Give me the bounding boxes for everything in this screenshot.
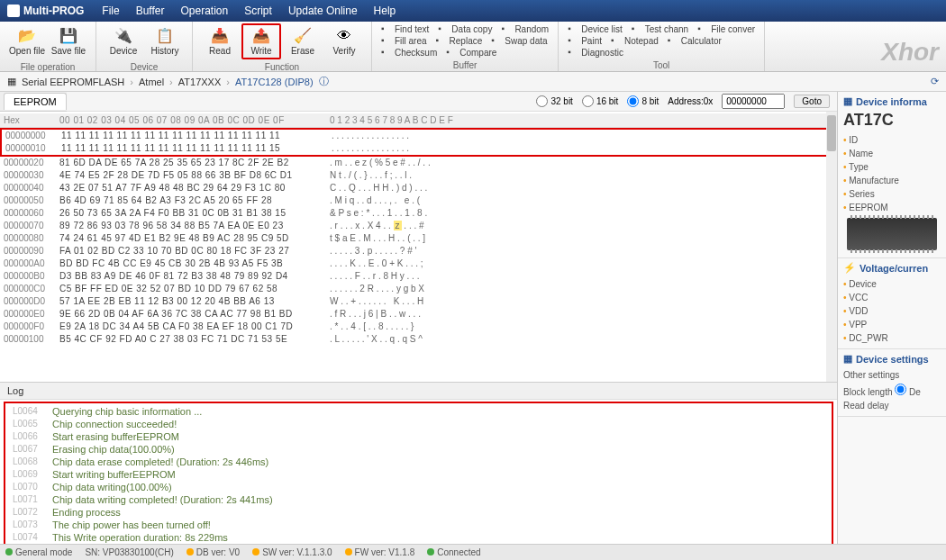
hex-bytes[interactable]: 89 72 86 93 03 78 96 58 34 88 B5 7A EA 0… [56, 220, 326, 232]
hex-row[interactable]: 0000006026 50 73 65 3A 2A F4 F0 BB 31 0C… [0, 207, 837, 220]
hex-row[interactable]: 0000000011 11 11 11 11 11 11 11 11 11 11… [2, 130, 835, 142]
hex-bytes[interactable]: 9E 66 2D 0B 04 AF 6A 36 7C 38 CA AC 77 9… [56, 308, 326, 321]
open-file-button[interactable]: 📂Open file [7, 23, 47, 59]
hex-row[interactable]: 0000004043 2E 07 51 A7 7F A9 48 48 BC 29… [0, 182, 837, 194]
menu-script[interactable]: Script [244, 5, 272, 17]
hex-ascii[interactable]: & P s e : * . . . 1 . . 1 . 8 . [326, 207, 431, 220]
tool-replace[interactable]: ▪Replace [436, 35, 483, 46]
tool-file-conver[interactable]: ▪File conver [697, 23, 755, 34]
bit-radio[interactable] [536, 95, 548, 107]
device-button[interactable]: 🔌Device [104, 23, 143, 59]
block-radio[interactable] [895, 384, 906, 395]
tool-compare[interactable]: ▪Compare [446, 47, 496, 58]
tool-find-text[interactable]: ▪Find text [381, 23, 429, 34]
hex-ascii[interactable]: . . . . . . . . . . . . . . . . [328, 142, 413, 155]
tool-data-copy[interactable]: ▪Data copy [438, 23, 492, 34]
hex-bytes[interactable]: FA 01 02 BD C2 33 10 70 BD 0C 80 18 FC 3… [56, 245, 326, 257]
read-delay[interactable]: Read delay [843, 399, 941, 412]
hex-bytes[interactable]: BD BD FC 4B CC E9 45 CB 30 2B 4B 93 A5 F… [56, 257, 326, 270]
bit-32bit[interactable]: 32 bit [536, 95, 572, 107]
hex-ascii[interactable]: . . . . . 3 . p . . . . . ? # ' [326, 245, 420, 257]
menu-buffer[interactable]: Buffer [136, 5, 165, 17]
save-file-button[interactable]: 💾Save file [49, 23, 88, 59]
tool-fill-area[interactable]: ▪Fill area [381, 35, 427, 46]
menu-operation[interactable]: Operation [180, 5, 228, 17]
hex-bytes[interactable]: E9 2A 18 DC 34 A4 5B CA F0 38 EA EF 18 0… [56, 321, 326, 333]
history-button[interactable]: 📋History [145, 23, 185, 59]
hex-bytes[interactable]: 74 24 61 45 97 4D E1 B2 9E 48 B9 AC 28 9… [56, 232, 326, 245]
goto-button[interactable]: Goto [794, 95, 830, 108]
menu-update-online[interactable]: Update Online [288, 5, 358, 17]
hex-row[interactable]: 00000050B6 4D 69 71 85 64 B2 A3 F3 2C A5… [0, 194, 837, 207]
hex-ascii[interactable]: . . . . . . 2 R . . . . y g b X [326, 283, 428, 295]
hex-ascii[interactable]: . M i q . . d . . . , . e . ( [326, 194, 423, 207]
bit-radio[interactable] [582, 95, 594, 107]
bit-8bit[interactable]: 8 bit [627, 95, 659, 107]
tool-notepad[interactable]: ▪Notepad [611, 35, 659, 46]
tool-checksum[interactable]: ▪Checksum [381, 47, 437, 58]
hex-bytes[interactable]: B6 4D 69 71 85 64 B2 A3 F3 2C A5 20 65 F… [56, 194, 326, 207]
hex-row[interactable]: 000000D057 1A EE 2B EB 11 12 B3 00 12 20… [0, 295, 837, 308]
hex-ascii[interactable]: . . . . . . . . . . . . . . . . [328, 130, 413, 142]
block-length[interactable]: Block length De [843, 382, 941, 399]
hex-ascii[interactable]: . . . . . F . . r . 8 H y . . . [326, 270, 423, 283]
hex-bytes[interactable]: D3 BB 83 A9 DE 46 0F 81 72 B3 38 48 79 8… [56, 270, 326, 283]
hex-row[interactable]: 000000304E 74 E5 2F 28 DE 7D F5 05 88 66… [0, 169, 837, 182]
hex-row[interactable]: 00000090FA 01 02 BD C2 33 10 70 BD 0C 80… [0, 245, 837, 257]
info-icon[interactable]: ⓘ [319, 75, 329, 88]
hex-bytes[interactable]: 11 11 11 11 11 11 11 11 11 11 11 11 11 1… [58, 130, 328, 142]
tool-paint[interactable]: ▪Paint [568, 35, 602, 46]
hex-row[interactable]: 000000C0C5 BF FF ED 0E 32 52 07 BD 10 DD… [0, 283, 837, 295]
hex-row[interactable]: 0000008074 24 61 45 97 4D E1 B2 9E 48 B9… [0, 232, 837, 245]
hex-scrollbar[interactable] [826, 112, 837, 382]
hex-ascii[interactable]: . * . . 4 . [ . . 8 . . . . . } [326, 321, 417, 333]
menu-help[interactable]: Help [374, 5, 396, 17]
hex-ascii[interactable]: . f R . . . j 6 | B . . w . . . [326, 308, 424, 321]
tool-random[interactable]: ▪Random [501, 23, 549, 34]
crumb-2[interactable]: AT17XXX [178, 77, 222, 87]
hex-ascii[interactable]: . L . . . . . ' X . . q . q S ^ [326, 333, 426, 346]
bit-radio[interactable] [627, 95, 639, 107]
hex-row[interactable]: 0000002081 6D DA DE 65 7A 28 25 35 65 23… [0, 157, 837, 169]
menu-file[interactable]: File [102, 5, 119, 17]
crumb-current[interactable]: AT17C128 (DIP8) [235, 77, 314, 87]
hex-ascii[interactable]: N t . / ( . } . . . f ; . . l . [326, 169, 415, 182]
hex-row[interactable]: 000000B0D3 BB 83 A9 DE 46 0F 81 72 B3 38… [0, 270, 837, 283]
tab-eeprom[interactable]: EEPROM [4, 93, 67, 110]
hex-caret[interactable]: z [394, 221, 402, 230]
hex-bytes[interactable]: 43 2E 07 51 A7 7F A9 48 48 BC 29 64 29 F… [56, 182, 326, 194]
address-input[interactable] [722, 94, 785, 109]
hex-ascii[interactable]: C . . Q . . . H H . ) d ) . . . [326, 182, 431, 194]
tool-device-list[interactable]: ▪Device list [568, 23, 623, 34]
hex-bytes[interactable]: 11 11 11 11 11 11 11 11 11 11 11 11 11 1… [58, 142, 328, 155]
hex-ascii[interactable]: t $ a E . M . . . H . . ( . . ] [326, 232, 429, 245]
hex-bytes[interactable]: 4E 74 E5 2F 28 DE 7D F5 05 88 66 3B BF D… [56, 169, 326, 182]
tool-swap-data[interactable]: ▪Swap data [491, 35, 547, 46]
hex-bytes[interactable]: C5 BF FF ED 0E 32 52 07 BD 10 DD 79 67 6… [56, 283, 326, 295]
hex-ascii[interactable]: W . . + . . . . . . K . . . H [326, 295, 427, 308]
other-settings[interactable]: Other settings [843, 368, 941, 382]
tool-test-chann[interactable]: ▪Test chann [632, 23, 688, 34]
hex-ascii[interactable]: . m . . e z ( % 5 e # . . / . . [326, 157, 434, 169]
tool-calculator[interactable]: ▪Calculator [668, 35, 722, 46]
hex-row[interactable]: 0000001011 11 11 11 11 11 11 11 11 11 11… [2, 142, 835, 155]
log-body[interactable]: L0064Querying chip basic information ...… [0, 400, 837, 544]
hex-bytes[interactable]: 57 1A EE 2B EB 11 12 B3 00 12 20 4B BB A… [56, 295, 326, 308]
hex-ascii[interactable]: . . . . K . . E . 0 + K . . . ; [326, 257, 427, 270]
hex-row[interactable]: 00000100B5 4C CF 92 FD A0 C 27 38 03 FC … [0, 333, 837, 346]
hex-row[interactable]: 000000A0BD BD FC 4B CC E9 45 CB 30 2B 4B… [0, 257, 837, 270]
hex-bytes[interactable]: 26 50 73 65 3A 2A F4 F0 BB 31 0C 0B 31 B… [56, 207, 326, 220]
erase-button[interactable]: 🧹Erase [283, 23, 323, 59]
tool-diagnostic[interactable]: ▪Diagnostic [568, 47, 623, 58]
write-button[interactable]: 📤Write [241, 23, 281, 59]
read-button[interactable]: 📥Read [200, 23, 240, 59]
verify-button[interactable]: 👁Verify [324, 23, 364, 59]
hex-row[interactable]: 000000E09E 66 2D 0B 04 AF 6A 36 7C 38 CA… [0, 308, 837, 321]
hex-row[interactable]: 0000007089 72 86 93 03 78 96 58 34 88 B5… [0, 220, 837, 232]
crumb-1[interactable]: Atmel [139, 77, 164, 87]
bit-16bit[interactable]: 16 bit [582, 95, 618, 107]
hex-ascii[interactable]: . r . . . x . X 4 . . z . . . # [326, 220, 428, 232]
refresh-icon[interactable]: ⟳ [931, 76, 939, 87]
hex-bytes[interactable]: B5 4C CF 92 FD A0 C 27 38 03 FC 71 DC 71… [56, 333, 326, 346]
hex-view[interactable]: Hex00 01 02 03 04 05 06 07 08 09 0A 0B 0… [0, 112, 837, 382]
